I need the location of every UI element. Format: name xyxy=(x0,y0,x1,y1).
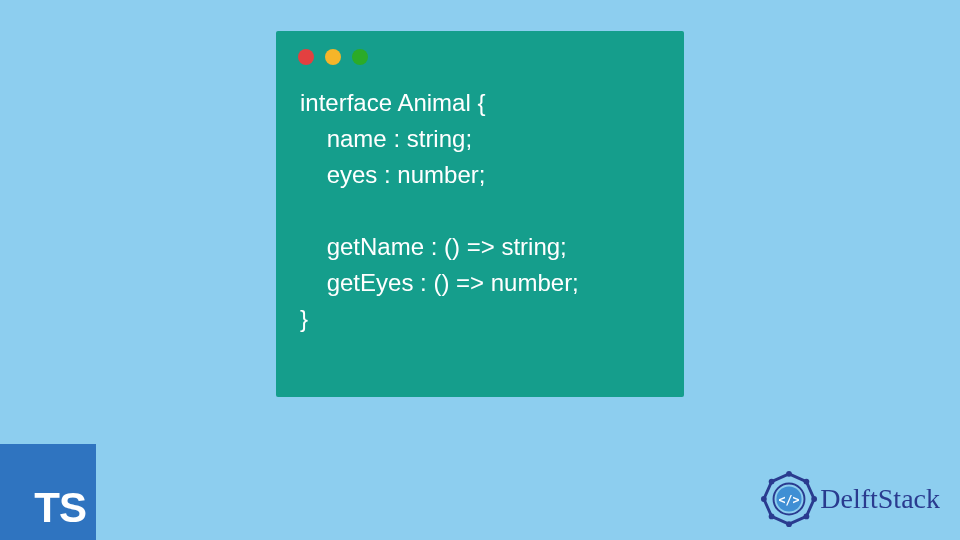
svg-point-10 xyxy=(761,496,767,502)
typescript-logo-text: TS xyxy=(34,484,86,532)
code-window: interface Animal { name : string; eyes :… xyxy=(276,31,684,397)
svg-point-9 xyxy=(769,514,775,520)
code-line: interface Animal { xyxy=(300,89,485,116)
svg-point-8 xyxy=(786,521,792,527)
svg-text:</>: </> xyxy=(779,493,800,507)
svg-point-7 xyxy=(804,514,810,520)
code-line: eyes : number; xyxy=(300,161,485,188)
minimize-icon xyxy=(325,49,341,65)
typescript-logo: TS xyxy=(0,444,96,540)
svg-point-4 xyxy=(786,471,792,477)
code-line: } xyxy=(300,305,308,332)
close-icon xyxy=(298,49,314,65)
maximize-icon xyxy=(352,49,368,65)
svg-point-6 xyxy=(811,496,817,502)
code-line: getName : () => string; xyxy=(300,233,567,260)
code-line: getEyes : () => number; xyxy=(300,269,579,296)
delftstack-text: DelftStack xyxy=(820,483,940,515)
code-content: interface Animal { name : string; eyes :… xyxy=(276,65,684,337)
delftstack-logo: </> DelftStack xyxy=(760,470,940,528)
svg-point-11 xyxy=(769,479,775,485)
window-controls xyxy=(276,31,684,65)
delftstack-icon: </> xyxy=(760,470,818,528)
svg-point-5 xyxy=(804,479,810,485)
code-line: name : string; xyxy=(300,125,472,152)
